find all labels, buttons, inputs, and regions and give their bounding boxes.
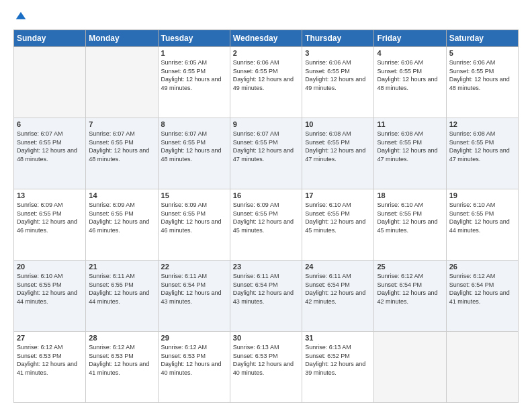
day-number: 31	[305, 334, 371, 342]
header-friday: Friday	[374, 30, 446, 47]
header-monday: Monday	[86, 30, 158, 47]
calendar-cell: 31Sunrise: 6:13 AM Sunset: 6:52 PM Dayli…	[302, 332, 374, 403]
day-info: Sunrise: 6:10 AM Sunset: 6:55 PM Dayligh…	[377, 201, 443, 234]
day-number: 27	[17, 334, 83, 342]
day-number: 3	[305, 49, 371, 57]
header	[13, 11, 519, 23]
day-info: Sunrise: 6:08 AM Sunset: 6:55 PM Dayligh…	[449, 130, 515, 163]
day-info: Sunrise: 6:06 AM Sunset: 6:55 PM Dayligh…	[377, 58, 443, 92]
day-number: 28	[89, 334, 154, 342]
calendar-cell: 30Sunrise: 6:13 AM Sunset: 6:53 PM Dayli…	[230, 332, 302, 403]
calendar-cell: 1Sunrise: 6:05 AM Sunset: 6:55 PM Daylig…	[158, 47, 230, 118]
day-info: Sunrise: 6:09 AM Sunset: 6:55 PM Dayligh…	[161, 201, 227, 234]
calendar: Sunday Monday Tuesday Wednesday Thursday…	[13, 30, 519, 403]
calendar-cell: 21Sunrise: 6:11 AM Sunset: 6:55 PM Dayli…	[86, 261, 158, 332]
day-info: Sunrise: 6:12 AM Sunset: 6:54 PM Dayligh…	[449, 272, 515, 306]
day-info: Sunrise: 6:07 AM Sunset: 6:55 PM Dayligh…	[17, 130, 83, 163]
calendar-cell: 5Sunrise: 6:06 AM Sunset: 6:55 PM Daylig…	[446, 47, 518, 118]
day-info: Sunrise: 6:10 AM Sunset: 6:55 PM Dayligh…	[305, 201, 371, 234]
day-info: Sunrise: 6:12 AM Sunset: 6:53 PM Dayligh…	[17, 343, 83, 377]
logo-icon	[15, 11, 27, 23]
calendar-cell: 2Sunrise: 6:06 AM Sunset: 6:55 PM Daylig…	[230, 47, 302, 118]
day-info: Sunrise: 6:09 AM Sunset: 6:55 PM Dayligh…	[89, 201, 154, 234]
calendar-cell: 8Sunrise: 6:07 AM Sunset: 6:55 PM Daylig…	[158, 118, 230, 189]
calendar-cell: 15Sunrise: 6:09 AM Sunset: 6:55 PM Dayli…	[158, 189, 230, 261]
day-number: 13	[17, 191, 83, 199]
calendar-cell: 14Sunrise: 6:09 AM Sunset: 6:55 PM Dayli…	[86, 189, 158, 261]
calendar-week-row: 27Sunrise: 6:12 AM Sunset: 6:53 PM Dayli…	[14, 332, 519, 403]
header-sunday: Sunday	[14, 30, 86, 47]
calendar-cell: 28Sunrise: 6:12 AM Sunset: 6:53 PM Dayli…	[86, 332, 158, 403]
calendar-cell: 9Sunrise: 6:07 AM Sunset: 6:55 PM Daylig…	[230, 118, 302, 189]
day-info: Sunrise: 6:06 AM Sunset: 6:55 PM Dayligh…	[305, 58, 371, 92]
calendar-cell	[446, 332, 518, 403]
day-number: 16	[233, 191, 299, 199]
header-wednesday: Wednesday	[230, 30, 302, 47]
day-info: Sunrise: 6:12 AM Sunset: 6:54 PM Dayligh…	[377, 272, 443, 306]
day-info: Sunrise: 6:07 AM Sunset: 6:55 PM Dayligh…	[233, 130, 299, 163]
day-number: 14	[89, 191, 154, 199]
calendar-cell: 25Sunrise: 6:12 AM Sunset: 6:54 PM Dayli…	[374, 261, 446, 332]
calendar-cell: 4Sunrise: 6:06 AM Sunset: 6:55 PM Daylig…	[374, 47, 446, 118]
day-number: 26	[449, 263, 515, 271]
day-info: Sunrise: 6:10 AM Sunset: 6:55 PM Dayligh…	[17, 272, 83, 306]
calendar-cell: 3Sunrise: 6:06 AM Sunset: 6:55 PM Daylig…	[302, 47, 374, 118]
day-number: 25	[377, 263, 443, 271]
day-info: Sunrise: 6:09 AM Sunset: 6:55 PM Dayligh…	[17, 201, 83, 234]
calendar-cell: 17Sunrise: 6:10 AM Sunset: 6:55 PM Dayli…	[302, 189, 374, 261]
day-number: 8	[161, 120, 227, 128]
day-info: Sunrise: 6:11 AM Sunset: 6:55 PM Dayligh…	[89, 272, 154, 306]
day-info: Sunrise: 6:07 AM Sunset: 6:55 PM Dayligh…	[89, 130, 154, 163]
calendar-cell	[374, 332, 446, 403]
calendar-week-row: 6Sunrise: 6:07 AM Sunset: 6:55 PM Daylig…	[14, 118, 519, 189]
calendar-week-row: 1Sunrise: 6:05 AM Sunset: 6:55 PM Daylig…	[14, 47, 519, 118]
header-tuesday: Tuesday	[158, 30, 230, 47]
day-info: Sunrise: 6:09 AM Sunset: 6:55 PM Dayligh…	[233, 201, 299, 234]
calendar-cell: 16Sunrise: 6:09 AM Sunset: 6:55 PM Dayli…	[230, 189, 302, 261]
day-number: 17	[305, 191, 371, 199]
day-number: 6	[17, 120, 83, 128]
page: Sunday Monday Tuesday Wednesday Thursday…	[0, 0, 532, 411]
day-number: 15	[161, 191, 227, 199]
calendar-cell: 26Sunrise: 6:12 AM Sunset: 6:54 PM Dayli…	[446, 261, 518, 332]
calendar-cell: 7Sunrise: 6:07 AM Sunset: 6:55 PM Daylig…	[86, 118, 158, 189]
day-number: 11	[377, 120, 443, 128]
day-info: Sunrise: 6:12 AM Sunset: 6:53 PM Dayligh…	[161, 343, 227, 377]
day-number: 29	[161, 334, 227, 342]
day-number: 2	[233, 49, 299, 57]
calendar-cell: 19Sunrise: 6:10 AM Sunset: 6:55 PM Dayli…	[446, 189, 518, 261]
day-number: 18	[377, 191, 443, 199]
day-info: Sunrise: 6:11 AM Sunset: 6:54 PM Dayligh…	[233, 272, 299, 306]
day-number: 24	[305, 263, 371, 271]
calendar-cell: 18Sunrise: 6:10 AM Sunset: 6:55 PM Dayli…	[374, 189, 446, 261]
calendar-cell: 10Sunrise: 6:08 AM Sunset: 6:55 PM Dayli…	[302, 118, 374, 189]
calendar-cell: 13Sunrise: 6:09 AM Sunset: 6:55 PM Dayli…	[14, 189, 86, 261]
day-number: 10	[305, 120, 371, 128]
day-number: 22	[161, 263, 227, 271]
calendar-cell	[86, 47, 158, 118]
svg-marker-0	[16, 12, 26, 19]
weekday-header-row: Sunday Monday Tuesday Wednesday Thursday…	[14, 30, 519, 47]
day-number: 12	[449, 120, 515, 128]
calendar-week-row: 13Sunrise: 6:09 AM Sunset: 6:55 PM Dayli…	[14, 189, 519, 261]
day-number: 9	[233, 120, 299, 128]
header-thursday: Thursday	[302, 30, 374, 47]
calendar-cell: 12Sunrise: 6:08 AM Sunset: 6:55 PM Dayli…	[446, 118, 518, 189]
calendar-cell: 11Sunrise: 6:08 AM Sunset: 6:55 PM Dayli…	[374, 118, 446, 189]
day-info: Sunrise: 6:08 AM Sunset: 6:55 PM Dayligh…	[377, 130, 443, 163]
calendar-cell: 23Sunrise: 6:11 AM Sunset: 6:54 PM Dayli…	[230, 261, 302, 332]
day-info: Sunrise: 6:08 AM Sunset: 6:55 PM Dayligh…	[305, 130, 371, 163]
calendar-week-row: 20Sunrise: 6:10 AM Sunset: 6:55 PM Dayli…	[14, 261, 519, 332]
calendar-cell: 20Sunrise: 6:10 AM Sunset: 6:55 PM Dayli…	[14, 261, 86, 332]
calendar-cell: 24Sunrise: 6:11 AM Sunset: 6:54 PM Dayli…	[302, 261, 374, 332]
day-info: Sunrise: 6:06 AM Sunset: 6:55 PM Dayligh…	[233, 58, 299, 92]
day-info: Sunrise: 6:10 AM Sunset: 6:55 PM Dayligh…	[449, 201, 515, 234]
day-number: 4	[377, 49, 443, 57]
day-info: Sunrise: 6:05 AM Sunset: 6:55 PM Dayligh…	[161, 58, 227, 92]
day-info: Sunrise: 6:06 AM Sunset: 6:55 PM Dayligh…	[449, 58, 515, 92]
header-saturday: Saturday	[446, 30, 518, 47]
logo	[13, 11, 27, 23]
calendar-cell: 6Sunrise: 6:07 AM Sunset: 6:55 PM Daylig…	[14, 118, 86, 189]
day-info: Sunrise: 6:13 AM Sunset: 6:53 PM Dayligh…	[233, 343, 299, 377]
day-number: 23	[233, 263, 299, 271]
